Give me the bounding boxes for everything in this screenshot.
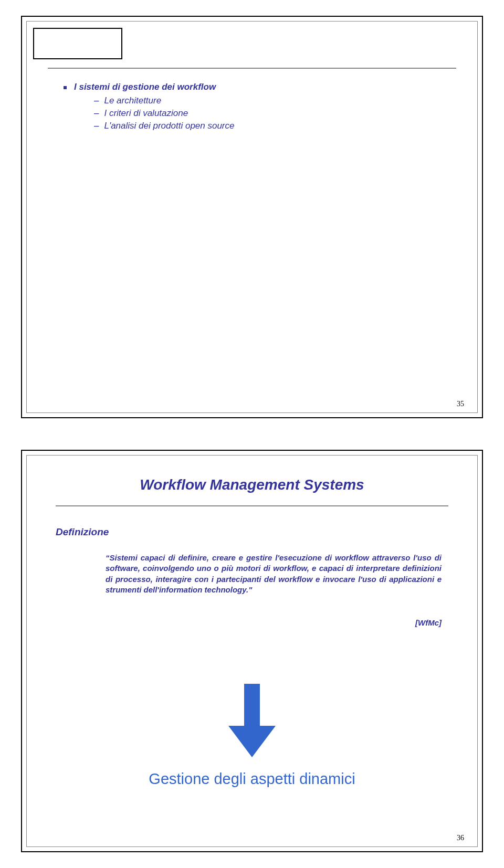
bullet-dash-icon: – — [94, 121, 99, 131]
slide1-sub-item: –L'analisi dei prodotti open source — [94, 121, 440, 131]
slide-inner-frame: I sistemi di gestione dei workflow –Le a… — [26, 21, 478, 413]
bullet-dash-icon: – — [94, 108, 99, 119]
conclusion-text: Gestione degli aspetti dinamici — [27, 770, 477, 788]
slide1-sub-item: –Le architetture — [94, 96, 440, 106]
definition-body: “Sistemi capaci di definire, creare e ge… — [106, 553, 442, 595]
slide1-root-text: I sistemi di gestione dei workflow — [74, 82, 216, 92]
slide-1: I sistemi di gestione dei workflow –Le a… — [0, 0, 504, 434]
slide1-sub-text: L'analisi dei prodotti open source — [104, 121, 234, 131]
corner-box — [33, 28, 122, 59]
slide-outer-frame: I sistemi di gestione dei workflow –Le a… — [21, 16, 483, 418]
down-arrow-icon — [228, 684, 276, 759]
definition-label: Definizione — [56, 526, 109, 538]
slide-inner-frame: Workflow Management Systems Definizione … — [26, 455, 478, 847]
slide1-sub-text: Le architetture — [104, 96, 161, 105]
slide1-root-item: I sistemi di gestione dei workflow — [64, 82, 440, 92]
definition-citation: [WfMc] — [106, 618, 442, 627]
bullet-dash-icon: – — [94, 96, 99, 106]
page-number: 36 — [457, 834, 464, 842]
title-divider — [56, 505, 448, 506]
slide-2: Workflow Management Systems Definizione … — [0, 434, 504, 868]
slide1-sub-item: –I criteri di valutazione — [94, 108, 440, 119]
arrow-shape — [228, 684, 276, 757]
slide-outer-frame: Workflow Management Systems Definizione … — [21, 450, 483, 852]
slide2-title: Workflow Management Systems — [27, 477, 477, 493]
bullet-square-icon — [64, 86, 67, 89]
slide1-sub-text: I criteri di valutazione — [104, 108, 188, 118]
page-number: 35 — [457, 400, 464, 408]
title-divider — [48, 68, 456, 69]
slide1-content: I sistemi di gestione dei workflow –Le a… — [64, 82, 440, 133]
